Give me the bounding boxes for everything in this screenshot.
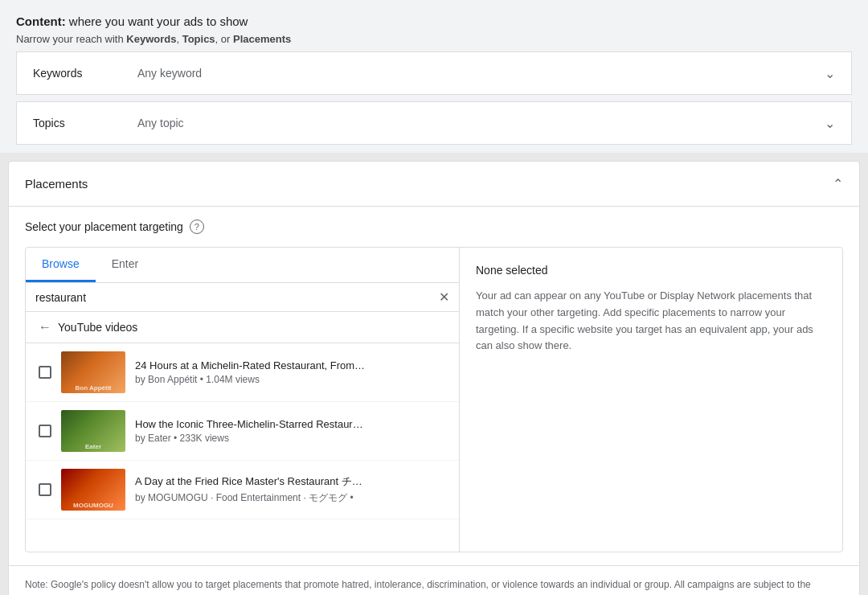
- narrow-placements: Placements: [233, 33, 291, 45]
- top-section: Content: where you want your ads to show…: [0, 0, 868, 153]
- targeting-row: Select your placement targeting ?: [25, 220, 843, 234]
- video-title-2: How the Iconic Three-Michelin-Starred Re…: [135, 418, 446, 430]
- video-checkbox-3[interactable]: [39, 483, 51, 496]
- keywords-label: Keywords: [33, 67, 137, 80]
- list-item[interactable]: Bon Appétit 24 Hours at a Michelin-Rated…: [26, 343, 459, 402]
- narrow-or: , or: [215, 33, 233, 45]
- topics-label: Topics: [33, 117, 137, 129]
- video-checkbox-2[interactable]: [39, 425, 51, 437]
- topics-value: Any topic: [137, 117, 825, 129]
- narrow-text: Narrow your reach with Keywords, Topics,…: [16, 33, 852, 45]
- video-thumbnail-3: MOGUMOGU: [61, 469, 125, 511]
- video-checkbox-1[interactable]: [39, 366, 51, 379]
- back-arrow-icon: ←: [39, 320, 51, 334]
- footer-note-text: Note: Google's policy doesn't allow you …: [25, 579, 811, 595]
- video-info-2: How the Iconic Three-Michelin-Starred Re…: [135, 418, 446, 444]
- thumbnail-label-1: Bon Appétit: [63, 384, 124, 392]
- keywords-chevron-icon: ⌄: [825, 66, 835, 81]
- breadcrumb-text: YouTube videos: [58, 321, 137, 334]
- content-subheading: where you want your ads to show: [66, 14, 248, 28]
- content-heading: Content: where you want your ads to show: [16, 14, 852, 28]
- targeting-label: Select your placement targeting: [25, 220, 183, 233]
- none-selected-description: Your ad can appear on any YouTube or Dis…: [476, 288, 826, 355]
- video-thumbnail-1: Bon Appétit: [61, 351, 125, 393]
- help-icon[interactable]: ?: [190, 220, 204, 234]
- video-meta-2: by Eater • 233K views: [135, 433, 446, 444]
- list-item[interactable]: MOGUMOGU A Day at the Fried Rice Master'…: [26, 461, 459, 519]
- video-meta-1: by Bon Appétit • 1.04M views: [135, 374, 446, 385]
- video-title-3: A Day at the Fried Rice Master's Restaur…: [135, 474, 446, 489]
- narrow-keywords: Keywords: [126, 33, 176, 45]
- left-panel: Browse Enter ✕ ← YouTube videos: [26, 248, 460, 552]
- none-selected-title: None selected: [476, 264, 826, 277]
- footer-note: Note: Google's policy doesn't allow you …: [9, 565, 859, 595]
- tab-enter[interactable]: Enter: [96, 248, 154, 282]
- video-meta-3: by MOGUMOGU · Food Entertainment · モグモグ …: [135, 491, 446, 505]
- topics-accordion[interactable]: Topics Any topic ⌄: [16, 101, 852, 145]
- video-list: Bon Appétit 24 Hours at a Michelin-Rated…: [26, 343, 459, 552]
- video-info-3: A Day at the Fried Rice Master's Restaur…: [135, 474, 446, 505]
- thumbnail-label-2: Eater: [63, 443, 124, 450]
- right-panel: None selected Your ad can appear on any …: [460, 248, 842, 552]
- search-input[interactable]: [35, 291, 439, 304]
- placements-body: Select your placement targeting ? Browse…: [9, 207, 859, 565]
- thumbnail-label-3: MOGUMOGU: [63, 502, 124, 509]
- clear-icon[interactable]: ✕: [439, 289, 449, 305]
- two-panel: Browse Enter ✕ ← YouTube videos: [25, 247, 843, 552]
- video-title-1: 24 Hours at a Michelin-Rated Restaurant,…: [135, 359, 446, 371]
- tab-browse[interactable]: Browse: [26, 248, 96, 282]
- narrow-prefix: Narrow your reach with: [16, 33, 126, 45]
- video-thumbnail-2: Eater: [61, 410, 125, 452]
- narrow-topics: Topics: [182, 33, 215, 45]
- placements-chevron-up-icon: ⌃: [833, 176, 843, 191]
- placements-title: Placements: [25, 177, 88, 191]
- list-item[interactable]: Eater How the Iconic Three-Michelin-Star…: [26, 402, 459, 461]
- placements-section: Placements ⌃ Select your placement targe…: [8, 161, 860, 595]
- keywords-accordion[interactable]: Keywords Any keyword ⌄: [16, 51, 852, 95]
- search-row: ✕: [26, 283, 459, 312]
- content-label: Content:: [16, 14, 66, 28]
- topics-chevron-icon: ⌄: [825, 116, 835, 131]
- tabs-row: Browse Enter: [26, 248, 459, 283]
- breadcrumb-row[interactable]: ← YouTube videos: [26, 312, 459, 343]
- keywords-value: Any keyword: [137, 67, 825, 80]
- video-info-1: 24 Hours at a Michelin-Rated Restaurant,…: [135, 359, 446, 385]
- placements-header[interactable]: Placements ⌃: [9, 162, 859, 207]
